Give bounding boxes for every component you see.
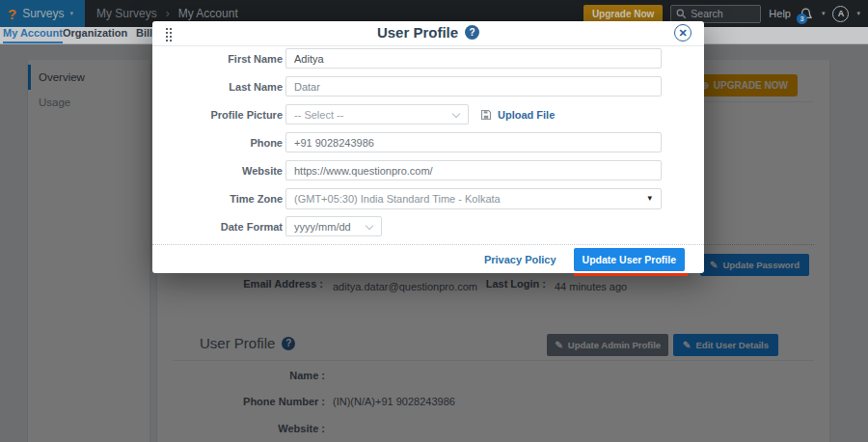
chevron-down-icon xyxy=(452,110,460,118)
last-name-label: Last Name xyxy=(152,81,283,93)
website-label: Website xyxy=(152,165,283,177)
search-box xyxy=(670,5,761,23)
chevron-down-icon xyxy=(366,222,373,230)
phone-input[interactable] xyxy=(285,132,662,152)
chevron-down-icon: ▾ xyxy=(70,10,74,17)
website-input[interactable] xyxy=(285,160,662,180)
annotation-underline xyxy=(574,273,688,276)
privacy-policy-link[interactable]: Privacy Policy xyxy=(484,254,556,265)
modal-footer: Privacy Policy Update User Profile xyxy=(152,244,704,273)
notifications-button[interactable]: 3 xyxy=(799,6,814,22)
app-screen: ? Surveys ▾ My Surveys › My Account Upgr… xyxy=(0,0,868,442)
profile-picture-label: Profile Picture xyxy=(152,109,283,121)
questionpro-logo-icon: ? xyxy=(8,6,16,22)
modal-header: User Profile ? ✕ xyxy=(152,21,704,46)
last-name-input[interactable] xyxy=(285,76,662,97)
breadcrumb-my-surveys[interactable]: My Surveys xyxy=(96,7,157,20)
notification-badge: 3 xyxy=(797,14,807,24)
product-menu-label: Surveys xyxy=(22,7,64,20)
product-switcher-surveys[interactable]: ? Surveys ▾ xyxy=(0,0,85,27)
breadcrumb-separator: › xyxy=(166,7,170,20)
date-format-select[interactable]: yyyy/mm/dd xyxy=(285,216,382,236)
upgrade-now-button[interactable]: Upgrade Now xyxy=(583,5,663,23)
help-link[interactable]: Help xyxy=(769,8,791,19)
modal-body: First Name Last Name Profile Picture -- … xyxy=(152,46,704,236)
tab-my-account[interactable]: My Account xyxy=(3,27,63,43)
update-user-profile-button[interactable]: Update User Profile xyxy=(574,248,685,271)
caret-down-icon: ▾ xyxy=(647,193,652,203)
chevron-down-icon: ▾ xyxy=(856,10,860,17)
tab-organization[interactable]: Organization xyxy=(63,27,127,43)
close-icon[interactable]: ✕ xyxy=(674,24,692,41)
search-icon xyxy=(676,9,687,19)
submit-wrapper: Update User Profile xyxy=(574,248,685,271)
avatar-initial: A xyxy=(838,9,845,18)
upload-disk-icon xyxy=(480,109,492,121)
chevron-down-icon: ▾ xyxy=(822,10,826,17)
first-name-label: First Name xyxy=(152,53,283,65)
help-circle-icon[interactable]: ? xyxy=(465,25,479,40)
timezone-select[interactable]: (GMT+05:30) India Standard Time - Kolkat… xyxy=(285,188,662,209)
first-name-input[interactable] xyxy=(285,48,662,69)
profile-picture-select[interactable]: -- Select -- xyxy=(285,104,469,124)
date-format-label: Date Format xyxy=(152,221,283,233)
phone-label: Phone xyxy=(152,137,283,149)
user-profile-modal: User Profile ? ✕ First Name Last Name Pr… xyxy=(152,21,704,273)
timezone-label: Time Zone xyxy=(152,193,283,205)
upload-file-button[interactable]: Upload File xyxy=(480,109,555,121)
search-input[interactable] xyxy=(691,8,752,19)
avatar-menu[interactable]: A xyxy=(832,6,849,22)
modal-title: User Profile ? xyxy=(152,24,704,41)
breadcrumb-my-account[interactable]: My Account xyxy=(178,7,238,20)
